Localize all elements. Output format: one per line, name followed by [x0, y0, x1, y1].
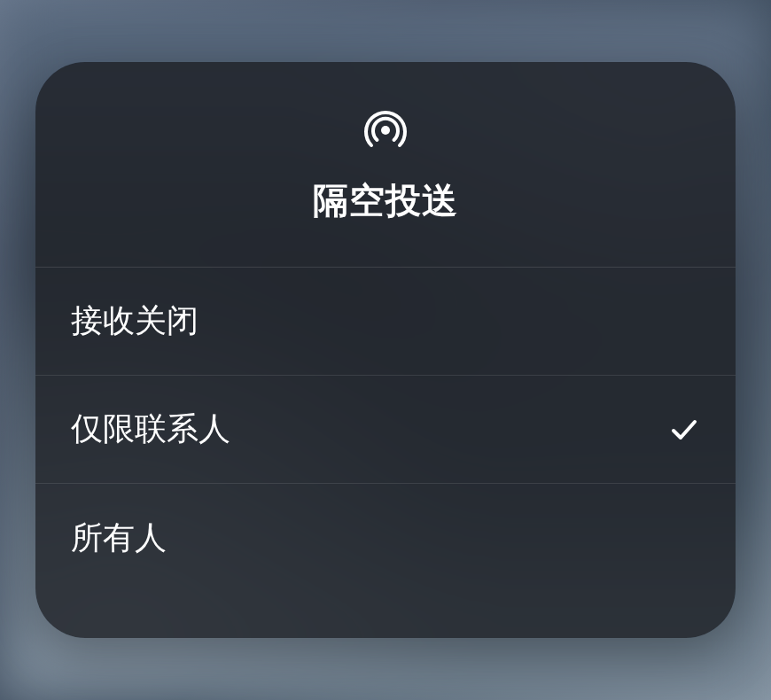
option-label: 接收关闭 [71, 299, 199, 343]
airdrop-icon [359, 104, 412, 157]
checkmark-icon [668, 414, 700, 446]
options-list: 接收关闭 仅限联系人 所有人 [35, 268, 736, 592]
option-everyone[interactable]: 所有人 [35, 484, 736, 592]
option-receiving-off[interactable]: 接收关闭 [35, 268, 736, 376]
option-label: 仅限联系人 [71, 408, 230, 451]
airdrop-settings-panel: 隔空投送 接收关闭 仅限联系人 所有人 [35, 62, 736, 638]
panel-header: 隔空投送 [35, 62, 736, 268]
svg-point-0 [381, 126, 390, 135]
option-contacts-only[interactable]: 仅限联系人 [35, 376, 736, 484]
option-label: 所有人 [71, 517, 167, 560]
panel-title: 隔空投送 [313, 176, 458, 225]
